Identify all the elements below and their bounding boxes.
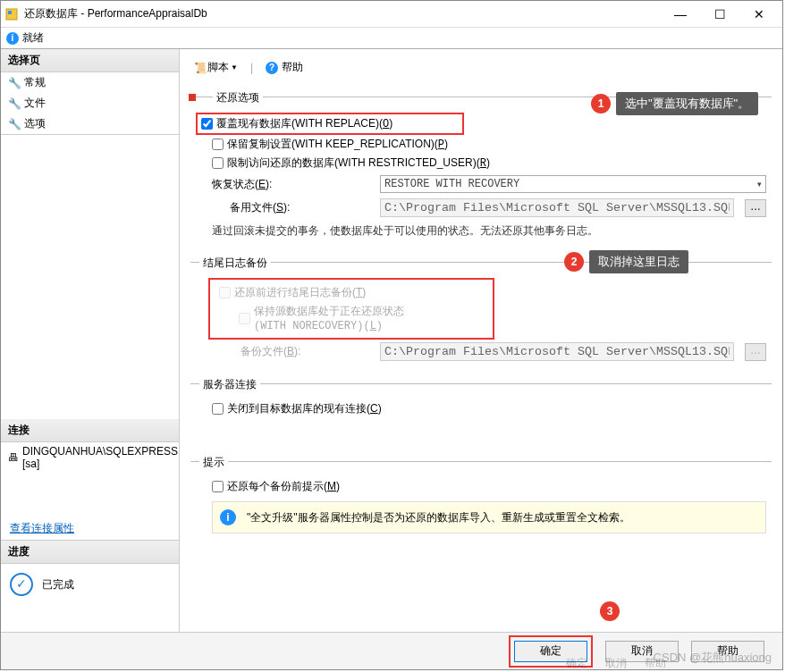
prompt-group: 提示 还原每个备份前提示(M) i "全文升级"服务器属性控制是否为还原的数据库… (190, 461, 772, 541)
wrench-icon: 🔧 (8, 77, 21, 89)
select-page-header: 选择页 (1, 49, 179, 72)
prompt-before-each-row[interactable]: 还原每个备份前提示(M) (196, 477, 766, 496)
keep-replication-row[interactable]: 保留复制设置(WITH KEEP_REPLICATION)(P) (196, 135, 766, 154)
callout-3: 3 (600, 601, 620, 621)
callout-text: 选中"覆盖现有数据库"。 (616, 92, 758, 115)
maximize-button[interactable]: ☐ (700, 2, 739, 27)
chevron-down-icon: ▾ (757, 180, 762, 189)
keep-source-row: 保持源数据库处于正在还原状态(WITH NORECOVERY)(L) (215, 302, 487, 334)
faded-ghost-row: 确定取消帮助 (566, 656, 666, 671)
wrench-icon: 🔧 (8, 97, 21, 110)
sidebar-item-files[interactable]: 🔧文件 (1, 93, 179, 113)
help-bottom-button[interactable]: 帮助 (691, 641, 764, 662)
callout-2: 2 取消掉这里日志 (564, 250, 688, 273)
prompt-label: 提示 (199, 456, 228, 468)
sidebar: 选择页 🔧常规 🔧文件 🔧选项 连接 🖷 DINGQUANHUA\SQLEXPR… (1, 49, 180, 632)
help-button[interactable]: ? 帮助 (262, 58, 307, 77)
restricted-row[interactable]: 限制访问还原的数据库(WITH RESTRICTED_USER)(R) (196, 154, 766, 172)
standby-file-label: 备用文件(S): (212, 200, 373, 215)
chevron-down-icon: ▼ (231, 63, 238, 71)
app-icon (4, 7, 19, 21)
window-title: 还原数据库 - PerformanceAppraisalDb (24, 6, 661, 21)
callout-text: 取消掉这里日志 (589, 250, 688, 273)
restricted-checkbox[interactable] (212, 157, 224, 169)
browse-button: … (745, 343, 766, 361)
check-icon (10, 573, 33, 596)
restore-options-label: 还原选项 (213, 91, 263, 104)
sidebar-item-general[interactable]: 🔧常规 (1, 72, 179, 93)
progress-header: 进度 (1, 541, 179, 564)
recovery-state-select[interactable]: RESTORE WITH RECOVERY ▾ (380, 175, 766, 193)
wrench-icon: 🔧 (8, 118, 21, 130)
browse-button[interactable]: … (745, 199, 766, 217)
take-tail-backup-row: 还原前进行结尾日志备份(T) (215, 283, 487, 302)
view-conn-props-link[interactable]: 查看连接属性 (1, 517, 179, 540)
server-icon: 🖷 (8, 451, 19, 464)
backup-file-label: 备份文件(B): (212, 344, 373, 359)
prompt-before-each-checkbox[interactable] (212, 481, 224, 492)
help-icon: ? (266, 62, 278, 74)
callout-badge: 3 (600, 601, 620, 621)
restore-options-group: 还原选项 覆盖现有数据库(WITH REPLACE)(O) 保留复制设置(WIT… (190, 97, 772, 249)
connection-header: 连接 (1, 419, 179, 442)
close-button[interactable]: ✕ (739, 2, 779, 27)
close-existing-row[interactable]: 关闭到目标数据库的现有连接(C) (196, 399, 766, 418)
overwrite-checkbox[interactable] (201, 118, 213, 130)
overwrite-label: 覆盖现有数据库(WITH REPLACE)(O) (216, 116, 392, 131)
minimize-button[interactable]: — (661, 2, 700, 27)
script-icon: 📜 (194, 62, 207, 74)
recovery-desc: 通过回滚未提交的事务，使数据库处于可以使用的状态。无法还原其他事务日志。 (196, 220, 766, 242)
take-tail-backup-label: 还原前进行结尾日志备份(T) (234, 285, 366, 300)
sidebar-item-options[interactable]: 🔧选项 (1, 113, 179, 134)
close-existing-checkbox[interactable] (212, 403, 224, 415)
keep-replication-checkbox[interactable] (212, 139, 224, 150)
callout-badge: 2 (564, 252, 584, 272)
close-existing-label: 关闭到目标数据库的现有连接(C) (227, 401, 382, 416)
tip-box: i "全文升级"服务器属性控制是否为还原的数据库导入、重新生成或重置全文检索。 (212, 501, 766, 533)
overwrite-checkbox-row[interactable]: 覆盖现有数据库(WITH REPLACE)(O) (196, 113, 464, 135)
recovery-state-label: 恢复状态(E): (212, 177, 373, 192)
restricted-label: 限制访问还原的数据库(WITH RESTRICTED_USER)(R) (227, 155, 490, 171)
take-tail-backup-checkbox (219, 287, 231, 298)
progress-status: 已完成 (1, 564, 179, 605)
svg-rect-1 (8, 11, 12, 14)
callout-1: 1 选中"覆盖现有数据库"。 (591, 92, 758, 115)
status-bar: i 就绪 (1, 28, 782, 49)
callout-badge: 1 (591, 94, 611, 113)
server-conn-label: 服务器连接 (199, 378, 260, 391)
keep-source-checkbox (239, 313, 250, 324)
toolbar: 📜 脚本 ▼ | ? 帮助 (190, 56, 772, 84)
tail-log-group: 结尾日志备份 还原前进行结尾日志备份(T) 保持源数据库处于正在还原状态(WIT… (190, 262, 772, 371)
prompt-before-each-label: 还原每个备份前提示(M) (227, 479, 340, 494)
server-conn-group: 服务器连接 关闭到目标数据库的现有连接(C) (190, 383, 772, 425)
title-bar: 还原数据库 - PerformanceAppraisalDb — ☐ ✕ (1, 1, 782, 28)
connection-value: 🖷 DINGQUANHUA\SQLEXPRESS [sa] (1, 442, 179, 473)
tail-log-label: 结尾日志备份 (199, 256, 271, 269)
standby-file-input (380, 198, 734, 217)
keep-replication-label: 保留复制设置(WITH KEEP_REPLICATION)(P) (227, 137, 448, 152)
main-panel: 📜 脚本 ▼ | ? 帮助 还原选项 覆盖现有数据库(WITH REPLACE) (180, 49, 782, 632)
red-marker-icon (189, 94, 196, 101)
status-text: 就绪 (22, 30, 44, 46)
script-button[interactable]: 📜 脚本 ▼ (190, 58, 241, 77)
info-icon: i (6, 32, 19, 45)
keep-source-label: 保持源数据库处于正在还原状态(WITH NORECOVERY)(L) (254, 304, 404, 332)
info-icon: i (220, 509, 236, 525)
backup-file-input (380, 342, 734, 361)
